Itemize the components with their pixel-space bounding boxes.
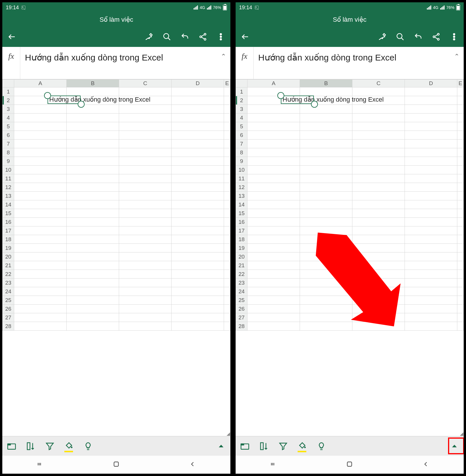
cell[interactable] — [14, 209, 67, 218]
cell[interactable] — [457, 192, 464, 200]
cell[interactable] — [67, 140, 119, 148]
cell[interactable] — [457, 305, 464, 313]
cell[interactable] — [119, 140, 172, 148]
cell[interactable] — [247, 87, 300, 96]
cell[interactable] — [405, 209, 457, 218]
cell[interactable] — [67, 235, 119, 244]
cell[interactable] — [224, 322, 230, 331]
cell[interactable] — [224, 157, 230, 166]
row-header-10[interactable]: 10 — [236, 166, 247, 174]
cell[interactable] — [352, 87, 405, 96]
cell[interactable] — [172, 322, 224, 331]
cell[interactable] — [352, 105, 405, 113]
cell[interactable] — [119, 244, 172, 252]
cell[interactable] — [224, 200, 230, 209]
cell[interactable] — [352, 261, 405, 270]
cell[interactable] — [224, 270, 230, 279]
row-header-15[interactable]: 15 — [236, 209, 247, 218]
cell[interactable] — [457, 322, 464, 331]
cell[interactable] — [67, 252, 119, 261]
cell[interactable] — [405, 192, 457, 200]
cell[interactable] — [67, 200, 119, 209]
cell[interactable] — [14, 122, 67, 131]
cell[interactable] — [457, 113, 464, 122]
cell[interactable] — [247, 131, 300, 140]
cell[interactable] — [172, 131, 224, 140]
cell[interactable] — [457, 252, 464, 261]
cell[interactable] — [457, 287, 464, 296]
row-header-4[interactable]: 4 — [3, 113, 14, 122]
cell[interactable] — [247, 122, 300, 131]
row-header-3[interactable]: 3 — [236, 105, 247, 113]
row-header-6[interactable]: 6 — [3, 131, 14, 140]
cell[interactable] — [352, 226, 405, 235]
cell[interactable] — [247, 270, 300, 279]
cell[interactable] — [405, 287, 457, 296]
cell-b2-content[interactable]: Hướng dẫn xuống dòng trong Excel — [281, 96, 384, 103]
cell[interactable] — [67, 113, 119, 122]
back-button[interactable] — [240, 32, 250, 42]
cell[interactable] — [300, 209, 352, 218]
share-icon[interactable] — [431, 32, 441, 42]
cell[interactable] — [352, 209, 405, 218]
cell[interactable] — [247, 218, 300, 226]
cell[interactable] — [457, 140, 464, 148]
cell[interactable] — [14, 226, 67, 235]
cell[interactable] — [405, 244, 457, 252]
cell[interactable] — [300, 174, 352, 183]
cell[interactable] — [352, 244, 405, 252]
row-header-4[interactable]: 4 — [236, 113, 247, 122]
cell[interactable] — [67, 183, 119, 192]
cell[interactable] — [405, 279, 457, 287]
draw-icon[interactable] — [144, 32, 154, 42]
cell[interactable] — [247, 209, 300, 218]
cell[interactable] — [300, 87, 352, 96]
cell[interactable] — [119, 209, 172, 218]
cell[interactable] — [352, 183, 405, 192]
cell[interactable] — [457, 87, 464, 96]
cell[interactable] — [352, 122, 405, 131]
select-all-corner[interactable] — [3, 80, 14, 87]
row-header-5[interactable]: 5 — [3, 122, 14, 131]
cell[interactable] — [224, 244, 230, 252]
search-icon[interactable] — [162, 32, 172, 42]
cell[interactable] — [119, 235, 172, 244]
cell[interactable] — [247, 313, 300, 322]
row-header-9[interactable]: 9 — [3, 157, 14, 166]
cell[interactable] — [247, 174, 300, 183]
cell[interactable] — [247, 252, 300, 261]
cell[interactable] — [224, 105, 230, 113]
cell[interactable] — [119, 270, 172, 279]
cell[interactable] — [14, 313, 67, 322]
cell[interactable] — [14, 252, 67, 261]
more-icon[interactable] — [449, 32, 459, 42]
lightbulb-icon[interactable] — [316, 441, 327, 451]
row-header-19[interactable]: 19 — [236, 244, 247, 252]
row-header-18[interactable]: 18 — [236, 235, 247, 244]
cell[interactable] — [457, 174, 464, 183]
cell[interactable] — [405, 122, 457, 131]
cell[interactable] — [300, 296, 352, 305]
cell[interactable] — [405, 113, 457, 122]
cell[interactable] — [300, 166, 352, 174]
filter-icon[interactable] — [278, 441, 288, 451]
cell[interactable] — [224, 140, 230, 148]
cell[interactable] — [405, 87, 457, 96]
cell[interactable] — [119, 105, 172, 113]
cell[interactable] — [172, 279, 224, 287]
cell[interactable] — [405, 296, 457, 305]
collapse-formula-icon[interactable]: ⌃ — [450, 47, 464, 79]
cell[interactable] — [67, 305, 119, 313]
cell[interactable] — [172, 235, 224, 244]
cell[interactable] — [14, 105, 67, 113]
cell[interactable] — [457, 209, 464, 218]
cell[interactable] — [352, 131, 405, 140]
col-header-c[interactable]: C — [352, 80, 405, 87]
cell[interactable] — [14, 235, 67, 244]
row-header-20[interactable]: 20 — [236, 252, 247, 261]
cell[interactable] — [247, 296, 300, 305]
cell[interactable] — [224, 226, 230, 235]
cell[interactable] — [14, 279, 67, 287]
cell[interactable] — [14, 166, 67, 174]
cell[interactable] — [300, 226, 352, 235]
